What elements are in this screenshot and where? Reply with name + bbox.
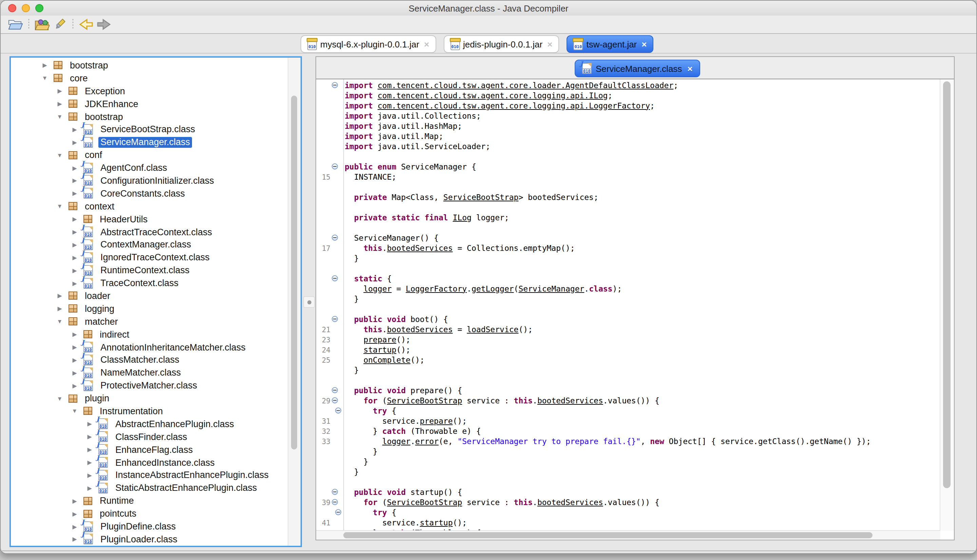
disclosure-triangle-icon[interactable]: ▶ xyxy=(71,139,78,146)
fold-collapse-icon[interactable] xyxy=(332,499,338,505)
open-type-button[interactable] xyxy=(33,17,51,32)
disclosure-triangle-icon[interactable]: ▶ xyxy=(86,472,93,478)
tree-item[interactable]: ▶J010ServiceBootStrap.class xyxy=(11,123,288,136)
tree-item[interactable]: ▼matcher xyxy=(11,315,288,328)
tree-item[interactable]: ▶JDKEnhance xyxy=(11,97,288,110)
disclosure-triangle-icon[interactable]: ▶ xyxy=(71,344,78,350)
disclosure-triangle-icon[interactable]: ▼ xyxy=(56,318,63,325)
tree-item[interactable]: ▶J010InstanceAbstractEnhancePlugin.class xyxy=(11,469,288,482)
code-link[interactable]: com.tencent.cloud.tsw.agent.core.logging… xyxy=(377,101,650,110)
search-button[interactable] xyxy=(51,17,68,32)
code-link[interactable]: LoggerFactory xyxy=(406,284,467,293)
tree-item[interactable]: ▼Instrumentation xyxy=(11,405,288,418)
disclosure-triangle-icon[interactable]: ▶ xyxy=(86,421,93,427)
editor-hscrollbar-thumb[interactable] xyxy=(343,532,872,538)
disclosure-triangle-icon[interactable]: ▶ xyxy=(71,126,78,133)
disclosure-triangle-icon[interactable]: ▶ xyxy=(71,228,78,235)
editor-tab-servicemanager[interactable]: J010 ServiceManager.class × xyxy=(575,60,700,77)
disclosure-triangle-icon[interactable]: ▶ xyxy=(42,62,48,69)
code-link[interactable]: bootedServices xyxy=(537,396,603,405)
tree-item[interactable]: ▶J010AgentConf.class xyxy=(11,162,288,174)
disclosure-triangle-icon[interactable]: ▶ xyxy=(86,446,93,453)
tree-item[interactable]: ▶HeaderUtils xyxy=(11,213,288,225)
disclosure-triangle-icon[interactable]: ▶ xyxy=(71,177,78,184)
code-link[interactable]: loadService xyxy=(467,324,518,334)
tree-item[interactable]: ▶bootstrap xyxy=(11,59,288,72)
code-link[interactable]: logger xyxy=(363,284,391,293)
code-link[interactable]: startup xyxy=(420,518,453,527)
tree-item[interactable]: ▶J010ProtectiveMatcher.class xyxy=(11,379,288,392)
forward-button[interactable] xyxy=(95,17,113,32)
tree-item[interactable]: ▶J010StaticAbstractEnhancePlugin.class xyxy=(11,482,288,495)
fold-collapse-icon[interactable] xyxy=(332,316,338,322)
tree-item[interactable]: ▶J010RuntimeContext.class xyxy=(11,264,288,277)
code-link[interactable]: ServiceManager xyxy=(518,284,584,293)
tree-item[interactable]: ▶J010CoreConstants.class xyxy=(11,187,288,200)
code-viewport[interactable]: import com.tencent.cloud.tsw.agent.core.… xyxy=(316,79,954,540)
tree-item[interactable]: ▶loader xyxy=(11,290,288,302)
disclosure-triangle-icon[interactable]: ▶ xyxy=(71,242,78,248)
code-link[interactable]: ServiceBootStrap xyxy=(443,192,519,202)
code-link[interactable]: getLogger xyxy=(471,284,514,293)
tree-item[interactable]: ▶J010AnnotationInheritanceMatcher.class xyxy=(11,341,288,353)
disclosure-triangle-icon[interactable]: ▶ xyxy=(71,280,78,287)
code-link[interactable]: bootedServices xyxy=(537,497,603,507)
tree-item[interactable]: ▶indirect xyxy=(11,328,288,341)
package-tree[interactable]: ▶bootstrap▼core▶Exception▶JDKEnhance▼boo… xyxy=(11,58,288,546)
code-link[interactable]: ServiceBootStrap xyxy=(387,497,463,507)
disclosure-triangle-icon[interactable]: ▶ xyxy=(71,510,78,517)
close-icon[interactable]: × xyxy=(687,63,692,73)
close-icon[interactable]: × xyxy=(424,39,429,49)
tree-item[interactable]: ▼context xyxy=(11,200,288,213)
disclosure-triangle-icon[interactable]: ▶ xyxy=(86,459,93,466)
code-link[interactable]: com.tencent.cloud.tsw.agent.core.logging… xyxy=(377,90,608,100)
tree-item[interactable]: ▶J010TraceContext.class xyxy=(11,277,288,290)
tree-item[interactable]: ▶J010NameMatcher.class xyxy=(11,367,288,379)
fold-collapse-icon[interactable] xyxy=(332,489,338,495)
tree-scrollbar-thumb[interactable] xyxy=(291,96,297,450)
tree-item[interactable]: ▶Runtime xyxy=(11,495,288,507)
back-button[interactable] xyxy=(77,17,95,32)
code-link[interactable]: ILog xyxy=(453,213,471,222)
tree-item[interactable]: ▼bootstrap xyxy=(11,110,288,123)
tree-item[interactable]: ▶J010PluginLoader.class xyxy=(11,533,288,546)
tree-item[interactable]: ▶J010AbstractEnhancePlugin.class xyxy=(11,418,288,430)
disclosure-triangle-icon[interactable]: ▶ xyxy=(71,536,78,543)
close-icon[interactable]: × xyxy=(547,39,552,49)
fold-collapse-icon[interactable] xyxy=(332,82,338,88)
code-link[interactable]: onComplete xyxy=(363,355,411,364)
tree-item[interactable]: ▶J010ContextManager.class xyxy=(11,238,288,251)
jar-tab[interactable]: 010mysql-6.x-plugin-0.0.1.jar× xyxy=(301,35,436,53)
tree-item[interactable]: ▶Exception xyxy=(11,85,288,98)
disclosure-triangle-icon[interactable]: ▶ xyxy=(71,523,78,530)
fold-collapse-icon[interactable] xyxy=(332,387,338,393)
disclosure-triangle-icon[interactable]: ▶ xyxy=(71,497,78,504)
code-link[interactable]: bootedServices xyxy=(387,243,453,253)
tree-item[interactable]: ▼plugin xyxy=(11,392,288,405)
tree-item[interactable]: ▶J010ClassFinder.class xyxy=(11,430,288,443)
disclosure-triangle-icon[interactable]: ▶ xyxy=(56,87,63,94)
tree-item[interactable]: ▼conf xyxy=(11,148,288,162)
tree-item[interactable]: ▼core xyxy=(11,72,288,85)
close-icon[interactable]: × xyxy=(641,39,646,49)
disclosure-triangle-icon[interactable]: ▶ xyxy=(71,267,78,273)
editor-horizontal-scrollbar[interactable] xyxy=(316,530,940,540)
jar-tab[interactable]: 010tsw-agent.jar× xyxy=(566,35,653,53)
split-pane-handle[interactable] xyxy=(303,296,315,308)
disclosure-triangle-icon[interactable]: ▶ xyxy=(71,357,78,363)
disclosure-triangle-icon[interactable]: ▶ xyxy=(71,254,78,261)
code-link[interactable]: ServiceBootStrap xyxy=(387,396,463,405)
disclosure-triangle-icon[interactable]: ▶ xyxy=(56,305,63,312)
code-link[interactable]: com.tencent.cloud.tsw.agent.core.loader.… xyxy=(377,80,673,90)
fold-collapse-icon[interactable] xyxy=(335,407,341,413)
tree-item[interactable]: ▶J010ClassMatcher.class xyxy=(11,353,288,367)
editor-vscrollbar-thumb[interactable] xyxy=(943,82,950,488)
disclosure-triangle-icon[interactable]: ▶ xyxy=(71,382,78,389)
tree-item[interactable]: ▶J010ConfigurationInitializer.class xyxy=(11,174,288,187)
disclosure-triangle-icon[interactable]: ▶ xyxy=(71,164,78,171)
disclosure-triangle-icon[interactable]: ▶ xyxy=(71,370,78,376)
code-link[interactable]: logger xyxy=(382,436,411,446)
code-link[interactable]: error xyxy=(415,436,439,446)
open-file-button[interactable] xyxy=(7,17,24,32)
disclosure-triangle-icon[interactable]: ▼ xyxy=(56,113,63,120)
